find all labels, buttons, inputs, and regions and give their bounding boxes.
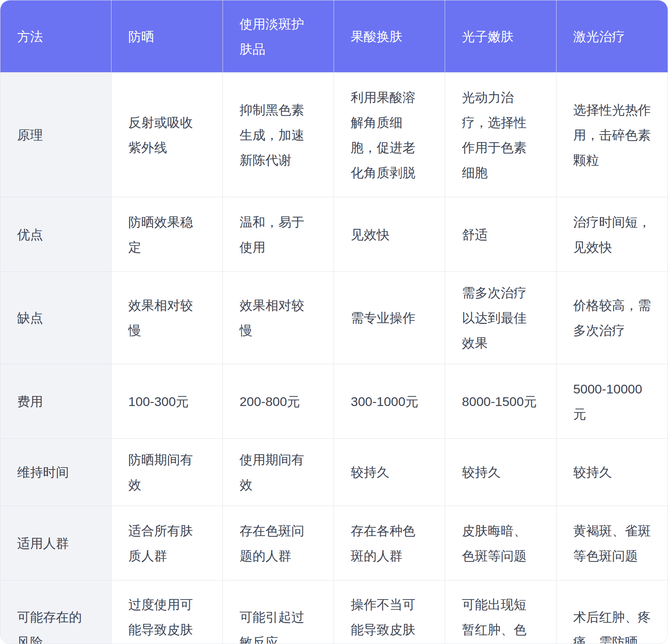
table-cell: 黄褐斑、雀斑等色斑问题 (557, 506, 668, 581)
table-cell: 存在各种色斑的人群 (334, 506, 445, 581)
header-row: 方法 防晒 使用淡斑护肤品 果酸换肤 光子嫩肤 激光治疗 (0, 0, 668, 73)
row-label-principle: 原理 (0, 73, 111, 197)
row-label-advantages: 优点 (0, 197, 111, 272)
table-cell: 过度使用可能导致皮肤问题 (111, 581, 223, 644)
table-cell: 100-300元 (111, 364, 223, 439)
row-advantages: 优点 防晒效果稳定 温和，易于使用 见效快 舒适 治疗时间短，见效快 (0, 197, 668, 272)
table-cell: 术后红肿、疼痛，需防晒 (557, 581, 668, 644)
col-header-photorejuvenation: 光子嫩肤 (445, 0, 556, 73)
row-risks: 可能存在的风险 过度使用可能导致皮肤问题 可能引起过敏反应 操作不当可能导致皮肤… (0, 581, 668, 644)
row-label-cost: 费用 (0, 364, 111, 439)
row-target-users: 适用人群 适合所有肤质人群 存在色斑问题的人群 存在各种色斑的人群 皮肤晦暗、色… (0, 506, 668, 581)
table-cell: 治疗时间短，见效快 (557, 197, 668, 272)
table-cell: 光动力治疗，选择性作用于色素细胞 (445, 73, 556, 197)
row-disadvantages: 缺点 效果相对较慢 效果相对较慢 需专业操作 需多次治疗以达到最佳效果 价格较高… (0, 272, 668, 364)
col-header-method: 方法 (0, 0, 111, 73)
table-cell: 存在色斑问题的人群 (223, 506, 334, 581)
table-cell: 操作不当可能导致皮肤灼伤或感染 (334, 581, 445, 644)
table-cell: 较持久 (557, 439, 668, 506)
comparison-table: 方法 防晒 使用淡斑护肤品 果酸换肤 光子嫩肤 激光治疗 原理 反射或吸收紫外线… (0, 0, 668, 644)
table-cell: 效果相对较慢 (111, 272, 223, 364)
table-cell: 需专业操作 (334, 272, 445, 364)
table-cell: 价格较高，需多次治疗 (557, 272, 668, 364)
treatment-comparison-table: 方法 防晒 使用淡斑护肤品 果酸换肤 光子嫩肤 激光治疗 原理 反射或吸收紫外线… (0, 0, 668, 644)
col-header-sunscreen: 防晒 (111, 0, 223, 73)
row-label-disadvantages: 缺点 (0, 272, 111, 364)
row-label-risks: 可能存在的风险 (0, 581, 111, 644)
table-cell: 见效快 (334, 197, 445, 272)
row-duration: 维持时间 防晒期间有效 使用期间有效 较持久 较持久 较持久 (0, 439, 668, 506)
col-header-spot-lightening-skincare: 使用淡斑护肤品 (223, 0, 334, 73)
table-cell: 防晒期间有效 (111, 439, 223, 506)
col-header-laser-treatment: 激光治疗 (557, 0, 668, 73)
table-cell: 选择性光热作用，击碎色素颗粒 (557, 73, 668, 197)
table-cell: 利用果酸溶解角质细胞，促进老化角质剥脱 (334, 73, 445, 197)
table-cell: 5000-10000元 (557, 364, 668, 439)
col-header-acid-peel: 果酸换肤 (334, 0, 445, 73)
table-cell: 皮肤晦暗、色斑等问题 (445, 506, 556, 581)
table-cell: 效果相对较慢 (223, 272, 334, 364)
table-cell: 较持久 (445, 439, 556, 506)
table-cell: 可能引起过敏反应 (223, 581, 334, 644)
row-label-target-users: 适用人群 (0, 506, 111, 581)
table-cell: 可能出现短暂红肿、色素沉着等 (445, 581, 556, 644)
table-cell: 较持久 (334, 439, 445, 506)
table-cell: 8000-1500元 (445, 364, 556, 439)
table-cell: 适合所有肤质人群 (111, 506, 223, 581)
row-cost: 费用 100-300元 200-800元 300-1000元 8000-1500… (0, 364, 668, 439)
table-cell: 防晒效果稳定 (111, 197, 223, 272)
table-cell: 300-1000元 (334, 364, 445, 439)
table-cell: 温和，易于使用 (223, 197, 334, 272)
table-cell: 需多次治疗以达到最佳效果 (445, 272, 556, 364)
row-label-duration: 维持时间 (0, 439, 111, 506)
table-cell: 反射或吸收紫外线 (111, 73, 223, 197)
table-cell: 舒适 (445, 197, 556, 272)
row-principle: 原理 反射或吸收紫外线 抑制黑色素生成，加速新陈代谢 利用果酸溶解角质细胞，促进… (0, 73, 668, 197)
table-cell: 抑制黑色素生成，加速新陈代谢 (223, 73, 334, 197)
table-cell: 使用期间有效 (223, 439, 334, 506)
table-cell: 200-800元 (223, 364, 334, 439)
